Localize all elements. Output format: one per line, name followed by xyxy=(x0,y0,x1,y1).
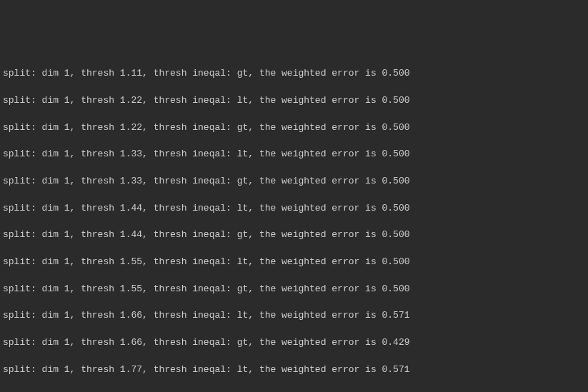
output-line: split: dim 1, thresh 1.44, thresh ineqal… xyxy=(3,202,585,216)
output-line: split: dim 1, thresh 1.22, thresh ineqal… xyxy=(3,121,585,135)
output-line: split: dim 1, thresh 1.66, thresh ineqal… xyxy=(3,309,585,323)
terminal-output: split: dim 1, thresh 1.11, thresh ineqal… xyxy=(0,54,588,392)
output-line: split: dim 1, thresh 1.22, thresh ineqal… xyxy=(3,94,585,108)
output-line: split: dim 1, thresh 1.55, thresh ineqal… xyxy=(3,283,585,296)
output-line: split: dim 1, thresh 1.55, thresh ineqal… xyxy=(3,256,585,269)
output-line: split: dim 1, thresh 1.77, thresh ineqal… xyxy=(3,363,585,377)
output-line: split: dim 1, thresh 1.33, thresh ineqal… xyxy=(3,148,585,161)
output-line: split: dim 1, thresh 1.44, thresh ineqal… xyxy=(3,228,585,242)
output-line: split: dim 1, thresh 1.33, thresh ineqal… xyxy=(3,175,585,189)
output-line: split: dim 1, thresh 1.66, thresh ineqal… xyxy=(3,336,585,350)
output-line: split: dim 1, thresh 1.11, thresh ineqal… xyxy=(3,67,585,81)
